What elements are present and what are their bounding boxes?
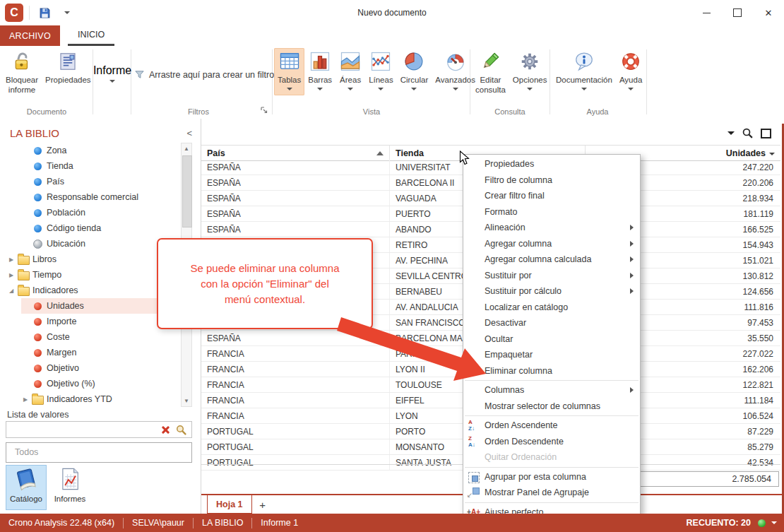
tree-item[interactable]: ◢ Indicadores	[0, 283, 181, 298]
tree-expander-icon[interactable]: ▶	[20, 396, 31, 403]
context-menu-item[interactable]: Empaquetar	[463, 347, 640, 363]
context-menu-item[interactable]: Alineación	[463, 220, 640, 236]
vista-circular-button[interactable]: Circular	[397, 48, 432, 95]
context-menu-item[interactable]: Desactivar	[463, 315, 640, 331]
menu-item-icon	[463, 252, 485, 268]
context-menu-item[interactable]: Propiedades	[463, 156, 640, 172]
quick-access-dropdown[interactable]	[58, 4, 76, 22]
pencil-icon	[479, 50, 501, 73]
values-listbox-entry[interactable]: Todos	[15, 447, 191, 457]
chevron-down-icon	[453, 88, 458, 93]
informes-panel-button[interactable]: Informes	[49, 465, 90, 510]
scroll-down-icon[interactable]: ▼	[182, 396, 191, 406]
status-database: LA BIBLIO	[194, 514, 251, 532]
tree-item[interactable]: Zona	[0, 143, 181, 158]
propiedades-button[interactable]: Propiedades	[42, 48, 95, 87]
grid-search-icon[interactable]	[742, 127, 754, 139]
tree-expander-icon[interactable]: ▶	[6, 256, 17, 263]
tree-item[interactable]: Objetivo	[0, 360, 181, 376]
tree-item[interactable]: País	[0, 174, 181, 189]
scrollbar-thumb[interactable]	[182, 155, 192, 227]
recuento-label: RECUENTO: 20	[687, 518, 751, 528]
opciones-button[interactable]: Opciones	[509, 48, 551, 95]
menu-item-label: Orden Descendente	[485, 437, 626, 447]
menu-separator	[465, 467, 639, 468]
tree-item[interactable]: Ubicación	[0, 236, 181, 252]
context-menu-item[interactable]: Ocultar	[463, 331, 640, 348]
scroll-up-icon[interactable]: ▲	[182, 143, 191, 154]
grid-maximize-icon[interactable]	[761, 129, 771, 138]
tree-item[interactable]: Población	[0, 205, 181, 220]
search-icon[interactable]	[175, 424, 187, 436]
maximize-button[interactable]	[722, 0, 753, 25]
context-menu-item[interactable]: Sustituir por	[463, 268, 640, 284]
context-menu-item[interactable]: Eliminar columna	[463, 363, 640, 379]
context-menu-item[interactable]: Formato	[463, 204, 640, 220]
context-menu-item[interactable]: Orden Descendente	[463, 434, 640, 450]
context-menu-item[interactable]: Mostrar Panel de Agrupaje	[463, 485, 640, 501]
tree-item[interactable]: Objetivo (%)	[0, 376, 181, 391]
context-menu-item[interactable]: Sustituir por cálculo	[463, 283, 640, 300]
add-sheet-button[interactable]: +	[252, 495, 273, 514]
vista-tablas-button[interactable]: Tablas	[274, 48, 304, 95]
context-menu-item[interactable]: Filtro de columna	[463, 172, 640, 189]
tree-item[interactable]: Responsable comercial	[0, 189, 181, 205]
submenu-arrow-icon	[626, 288, 640, 294]
tree-item[interactable]: Margen	[0, 345, 181, 360]
tree-item-icon	[31, 349, 44, 357]
context-menu-item[interactable]: Agregar columna calculada	[463, 252, 640, 268]
cell-pais: PORTUGAL	[201, 424, 390, 439]
tree-expander-icon[interactable]: ◢	[6, 288, 17, 294]
app-logo-icon[interactable]: C	[5, 4, 23, 22]
tree-item[interactable]: Importe	[0, 314, 181, 329]
vista-areas-button[interactable]: Áreas	[335, 48, 365, 95]
save-button[interactable]	[35, 4, 54, 22]
header-dropdown-icon[interactable]	[769, 153, 775, 158]
maximize-icon	[733, 8, 742, 17]
dialog-launcher-icon[interactable]	[261, 107, 268, 114]
bloquear-informe-button[interactable]: Bloquear informe	[2, 48, 42, 97]
value-search-input[interactable]	[9, 423, 160, 437]
tree-item[interactable]: Unidades	[0, 298, 181, 314]
menu-item-label: Alineación	[485, 223, 626, 232]
tree-item[interactable]: Coste	[0, 329, 181, 345]
menu-item-icon	[463, 283, 485, 300]
grid-dropdown-icon[interactable]	[727, 131, 735, 138]
tree-expander-icon[interactable]: ▶	[6, 272, 17, 278]
button-label: Áreas	[340, 75, 361, 85]
filter-drop-zone[interactable]: Arrastre aquí para crear un filtro.	[134, 69, 277, 80]
tab-archivo[interactable]: ARCHIVO	[0, 25, 60, 46]
tab-inicio[interactable]: INICIO	[68, 25, 114, 46]
status-recuento[interactable]: RECUENTO: 20	[687, 518, 784, 528]
context-menu-item[interactable]: Quitar Ordenación	[463, 449, 640, 466]
column-header-pais[interactable]: País	[201, 146, 390, 160]
context-menu-item[interactable]: Orden Ascendente	[463, 418, 640, 434]
tree-item-label: Coste	[47, 332, 70, 342]
vista-barras-button[interactable]: Barras	[304, 48, 335, 95]
context-menu-item[interactable]: Columnas	[463, 382, 640, 398]
catalogo-panel-button[interactable]: Catálogo	[6, 465, 47, 510]
context-menu-item[interactable]: Mostrar selector de columnas	[463, 398, 640, 415]
window-title: Nuevo documento	[0, 8, 784, 18]
context-menu-item[interactable]: Crear filtro final	[463, 188, 640, 204]
sheet-tab-hoja1[interactable]: Hoja 1	[207, 495, 252, 514]
minimize-button[interactable]	[691, 0, 722, 25]
clear-filter-icon[interactable]	[161, 425, 170, 435]
tree-item[interactable]: ▶ Libros	[0, 252, 181, 267]
editar-consulta-button[interactable]: Editar consulta	[472, 48, 509, 97]
tree-item[interactable]: ▶ Tiempo	[0, 267, 181, 283]
context-menu-item[interactable]: Agregar columna	[463, 236, 640, 252]
sidebar-collapse-icon[interactable]: <	[186, 128, 192, 138]
tree-item-label: Libros	[32, 254, 57, 264]
informe-button[interactable]: Informe	[96, 64, 129, 85]
close-button[interactable]: ✕	[753, 0, 784, 25]
ayuda-button[interactable]: Ayuda	[616, 48, 646, 95]
context-menu-item[interactable]: Agrupar por esta columna	[463, 469, 640, 485]
tree-item[interactable]: Código tienda	[0, 220, 181, 236]
values-listbox[interactable]: Todos	[6, 442, 192, 463]
tree-item[interactable]: ▶ Indicadores YTD	[0, 391, 181, 407]
context-menu-item[interactable]: Localizar en catálogo	[463, 300, 640, 316]
tree-item[interactable]: Tienda	[0, 158, 181, 174]
documentacion-button[interactable]: Documentación	[552, 48, 616, 95]
vista-lineas-button[interactable]: Líneas	[365, 48, 397, 95]
